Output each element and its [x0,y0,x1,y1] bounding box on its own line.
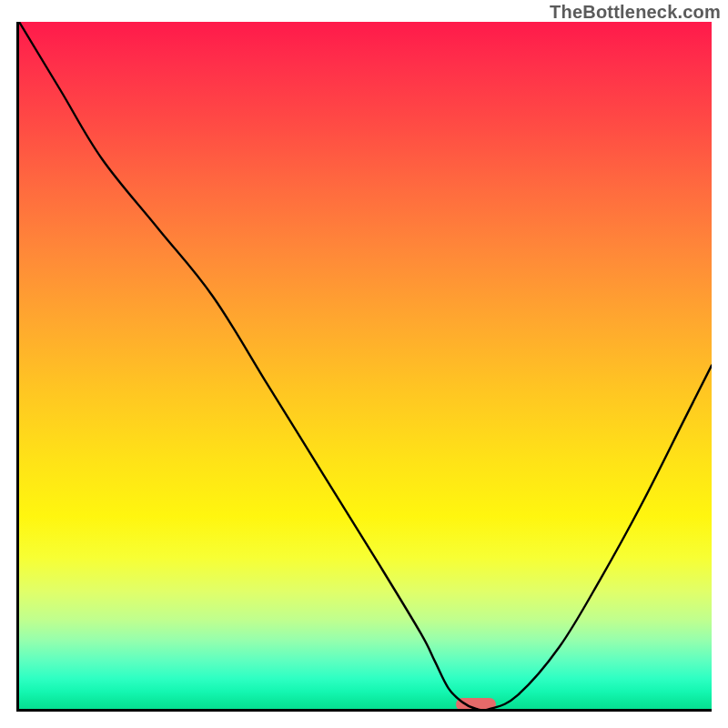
chart-container: TheBottleneck.com [0,0,728,728]
plot-area [16,22,712,712]
bottleneck-curve [19,22,712,709]
watermark-text: TheBottleneck.com [550,2,721,23]
